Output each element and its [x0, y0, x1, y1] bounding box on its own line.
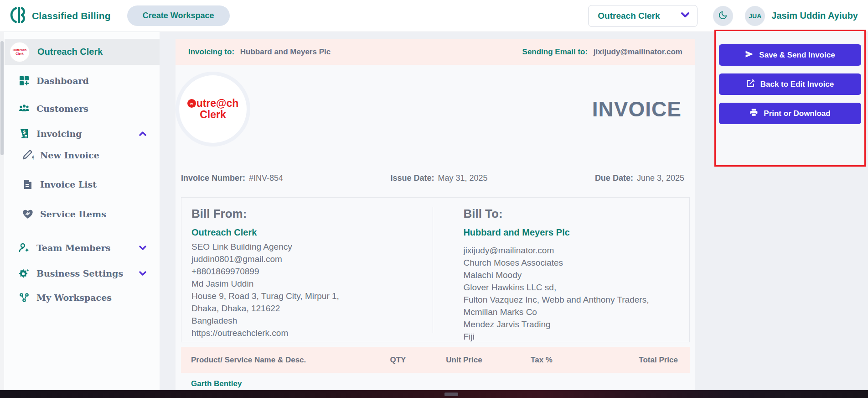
sidebar-item-label: Customers: [36, 104, 88, 114]
team-members-icon: [18, 242, 30, 253]
table-row: Garth Bentley: [181, 379, 690, 388]
chevron-down-icon: [139, 245, 147, 251]
avatar[interactable]: JUA: [745, 6, 765, 26]
print-download-button[interactable]: Print or Download: [719, 103, 861, 124]
sidebar-item-dashboard[interactable]: Dashboard: [0, 71, 160, 91]
sidebar-workspace-header[interactable]: Outreach Clerk Outreach Clerk: [5, 39, 160, 65]
svg-text:$: $: [22, 129, 26, 135]
service-items-icon: [22, 209, 34, 220]
workspace-logo: Outreach Clerk: [10, 42, 29, 62]
invoicing-to-value: Hubbard and Meyers Plc: [240, 47, 331, 56]
bill-to-section: Bill To: Hubbard and Meyers Plc jixijudy…: [433, 207, 689, 333]
dashboard-icon: [18, 75, 30, 86]
top-bar: Classified Billing Create Workspace Outr…: [0, 0, 868, 32]
invoice-meta: Invoice Number:#INV-854 Issue Date:May 3…: [176, 173, 695, 183]
sidebar-item-label: Invoicing: [36, 129, 82, 139]
app-window: Classified Billing Create Workspace Outr…: [0, 0, 868, 398]
bill-from-lines: SEO Link Building Agency juddin0801@gmai…: [191, 241, 433, 339]
invoice-number-value: #INV-854: [249, 173, 283, 183]
sidebar-item-business-settings[interactable]: Business Settings: [0, 263, 160, 283]
customers-icon: [18, 103, 30, 114]
bill-from-heading: Bill From:: [191, 207, 433, 221]
invoice-recipient-strip: Invoicing to: Hubbard and Meyers Plc Sen…: [176, 39, 695, 65]
sidebar-item-label: Business Settings: [36, 268, 123, 278]
sidebar-item-label: New Invoice: [40, 150, 99, 160]
sidebar-item-label: Invoice List: [40, 179, 97, 189]
sidebar-item-service-items[interactable]: Service Items: [0, 204, 160, 224]
workspace-logo-text: Clerk: [16, 52, 24, 56]
column-total-price: Total Price: [580, 356, 690, 365]
column-tax: Tax %: [503, 356, 580, 365]
sidebar-item-team-members[interactable]: Team Members: [0, 238, 160, 258]
items-table-header: Product/ Service Name & Desc. QTY Unit P…: [181, 347, 690, 373]
taskbar-icon[interactable]: [444, 393, 458, 396]
issue-date-value: May 31, 2025: [438, 173, 487, 183]
my-workspaces-icon: [18, 292, 30, 303]
new-invoice-icon: $: [22, 150, 34, 161]
column-product: Product/ Service Name & Desc.: [181, 356, 371, 365]
bill-to-name: Hubbard and Meyers Plc: [463, 227, 689, 238]
sidebar-item-invoicing[interactable]: $ Invoicing: [0, 124, 160, 144]
sidebar-item-label: Dashboard: [36, 76, 89, 86]
billing-details: Bill From: Outreach Clerk SEO Link Build…: [181, 197, 690, 342]
column-qty: QTY: [371, 356, 425, 365]
create-workspace-button[interactable]: Create Workspace: [127, 5, 230, 26]
issue-date-label: Issue Date:: [390, 173, 434, 183]
workspace-name: Outreach Clerk: [37, 47, 103, 57]
brand-name: Classified Billing: [32, 10, 111, 21]
send-icon: [745, 50, 754, 61]
sidebar-item-invoice-list[interactable]: Invoice List: [0, 174, 160, 194]
brand-mark-icon: [10, 6, 27, 26]
sidebar-item-customers[interactable]: Customers: [0, 99, 160, 119]
app-logo[interactable]: Classified Billing: [10, 6, 111, 26]
content-area: Outreach Clerk Outreach Clerk Dashboard: [0, 32, 868, 390]
sidebar-item-label: Team Members: [36, 243, 110, 253]
invoicing-to-label: Invoicing to:: [188, 47, 234, 56]
business-logo: ∞utre@ch Clerk: [179, 75, 247, 143]
invoice-action-panel: Save & Send Invoice Back to Edit Invoice: [714, 30, 866, 167]
item-name: Garth Bentley: [191, 379, 242, 388]
dark-mode-toggle[interactable]: [713, 6, 733, 26]
chevron-up-icon: [139, 131, 147, 136]
business-settings-icon: [18, 268, 30, 279]
column-unit-price: Unit Price: [425, 356, 503, 365]
sidebar-item-label: My Workspaces: [36, 293, 112, 303]
bill-to-lines: jixijudy@mailinator.com Church Moses Ass…: [463, 244, 689, 342]
workspace-selector[interactable]: Outreach Clerk: [588, 5, 698, 27]
back-to-edit-invoice-button[interactable]: Back to Edit Invoice: [719, 73, 861, 95]
moon-icon: [718, 10, 728, 21]
link-icon: ∞: [187, 99, 196, 108]
invoice-list-icon: [22, 179, 34, 190]
invoicing-icon: $: [18, 128, 30, 139]
due-date-value: June 3, 2025: [637, 173, 684, 183]
edit-icon: [746, 79, 755, 90]
invoice-title: INVOICE: [592, 97, 682, 121]
bill-from-name: Outreach Clerk: [191, 227, 433, 238]
bill-to-heading: Bill To:: [463, 207, 689, 221]
invoice-preview: Invoicing to: Hubbard and Meyers Plc Sen…: [176, 39, 695, 390]
due-date-label: Due Date:: [595, 173, 633, 183]
printer-icon: [749, 108, 758, 119]
sidebar-item-new-invoice[interactable]: $ New Invoice: [0, 145, 160, 165]
taskbar: [0, 390, 868, 398]
invoice-number-label: Invoice Number:: [181, 173, 245, 183]
bill-from-section: Bill From: Outreach Clerk SEO Link Build…: [181, 207, 433, 333]
svg-text:$: $: [31, 155, 34, 161]
chevron-down-icon: [139, 271, 147, 276]
save-send-invoice-button[interactable]: Save & Send Invoice: [719, 44, 861, 66]
workspace-logo-text: Outreach: [13, 48, 27, 52]
user-name: Jasim Uddin Ayiuby: [771, 10, 858, 21]
sidebar-item-label: Service Items: [40, 209, 106, 219]
avatar-initials: JUA: [749, 12, 761, 20]
workspace-selector-value: Outreach Clerk: [598, 11, 660, 21]
sending-email-label: Sending Email to:: [522, 47, 588, 56]
sending-email-value: jixijudy@mailinator.com: [594, 47, 682, 56]
sidebar: Outreach Clerk Outreach Clerk Dashboard: [0, 32, 160, 390]
chevron-down-icon: [681, 12, 690, 20]
sidebar-item-my-workspaces[interactable]: My Workspaces: [0, 288, 160, 308]
